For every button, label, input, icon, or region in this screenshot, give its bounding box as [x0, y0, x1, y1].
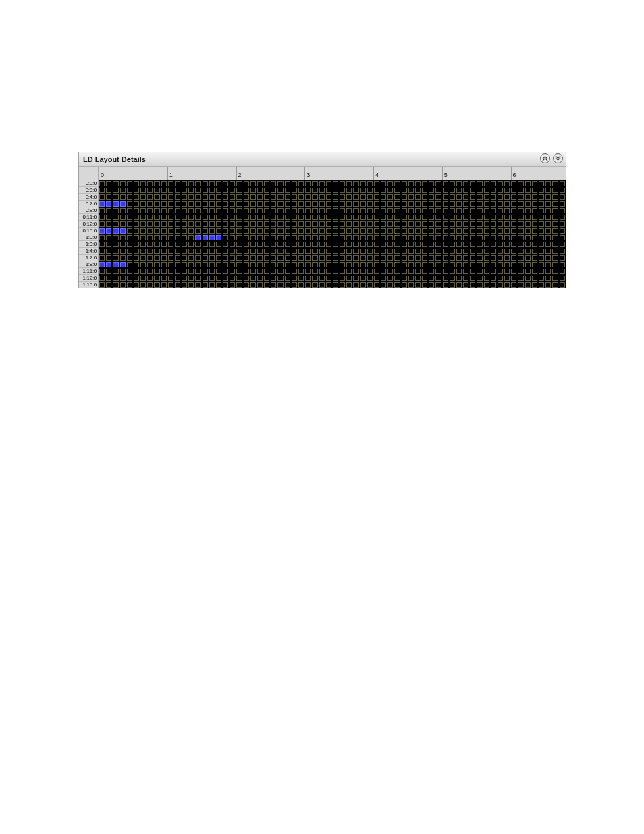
grid-cell[interactable]	[360, 255, 367, 261]
grid-cell[interactable]	[442, 214, 449, 221]
grid-cell[interactable]	[304, 228, 311, 234]
grid-cell[interactable]	[194, 268, 201, 275]
grid-cell[interactable]	[352, 207, 359, 214]
grid-cell[interactable]	[456, 234, 462, 241]
grid-cell[interactable]	[174, 268, 181, 275]
grid-cell[interactable]	[236, 201, 242, 207]
grid-cell[interactable]	[476, 187, 483, 194]
grid-cell[interactable]	[174, 221, 181, 228]
grid-cell[interactable]	[531, 275, 538, 282]
grid-cell[interactable]	[346, 194, 352, 201]
grid-cell[interactable]	[215, 248, 222, 255]
grid-cell[interactable]	[236, 194, 242, 201]
grid-cell[interactable]	[105, 261, 112, 268]
grid-cell[interactable]	[442, 207, 449, 214]
grid-cell[interactable]	[414, 207, 421, 214]
grid-cell[interactable]	[167, 275, 174, 282]
grid-cell[interactable]	[421, 214, 428, 221]
grid-cell[interactable]	[360, 180, 367, 187]
grid-cell[interactable]	[161, 207, 167, 214]
grid-cell[interactable]	[483, 221, 490, 228]
grid-cell[interactable]	[270, 194, 277, 201]
grid-cell[interactable]	[174, 275, 181, 282]
grid-cell[interactable]	[360, 201, 367, 207]
grid-cell[interactable]	[140, 234, 146, 241]
grid-cell[interactable]	[298, 194, 304, 201]
grid-cell[interactable]	[394, 187, 400, 194]
grid-cell[interactable]	[257, 261, 263, 268]
grid-cell[interactable]	[545, 241, 552, 248]
grid-cell[interactable]	[243, 261, 250, 268]
grid-cell[interactable]	[545, 228, 552, 234]
grid-cell[interactable]	[490, 201, 497, 207]
grid-cell[interactable]	[435, 207, 441, 214]
grid-cell[interactable]	[284, 187, 291, 194]
grid-cell[interactable]	[476, 261, 483, 268]
grid-cell[interactable]	[291, 255, 298, 261]
grid-cell[interactable]	[304, 187, 311, 194]
grid-cell[interactable]	[263, 248, 270, 255]
grid-cell[interactable]	[476, 207, 483, 214]
grid-cell[interactable]	[174, 241, 181, 248]
grid-cell[interactable]	[161, 255, 167, 261]
grid-cell[interactable]	[421, 248, 428, 255]
grid-cell[interactable]	[250, 221, 257, 228]
grid-cell[interactable]	[215, 207, 222, 214]
grid-cell[interactable]	[352, 187, 359, 194]
grid-cell[interactable]	[229, 214, 236, 221]
grid-cell[interactable]	[504, 180, 510, 187]
grid-cell[interactable]	[339, 180, 346, 187]
grid-cell[interactable]	[209, 207, 215, 214]
grid-cell[interactable]	[504, 241, 510, 248]
grid-cell[interactable]	[174, 214, 181, 221]
grid-cell[interactable]	[202, 187, 209, 194]
grid-cell[interactable]	[284, 282, 291, 288]
grid-cell[interactable]	[456, 282, 462, 288]
grid-cell[interactable]	[490, 214, 497, 221]
grid-cell[interactable]	[545, 268, 552, 275]
grid-cell[interactable]	[401, 275, 408, 282]
grid-cell[interactable]	[380, 207, 387, 214]
grid-cell[interactable]	[126, 275, 133, 282]
grid-cell[interactable]	[346, 268, 352, 275]
grid-cell[interactable]	[408, 214, 414, 221]
grid-cell[interactable]	[319, 268, 325, 275]
grid-cell[interactable]	[229, 268, 236, 275]
grid-cell[interactable]	[421, 228, 428, 234]
grid-cell[interactable]	[257, 241, 263, 248]
grid-cell[interactable]	[497, 282, 504, 288]
grid-cell[interactable]	[428, 282, 435, 288]
grid-cell[interactable]	[146, 268, 153, 275]
grid-cell[interactable]	[469, 248, 476, 255]
grid-cell[interactable]	[112, 207, 119, 214]
grid-cell[interactable]	[456, 268, 462, 275]
grid-cell[interactable]	[133, 282, 140, 288]
grid-cell[interactable]	[181, 248, 188, 255]
grid-cell[interactable]	[352, 214, 359, 221]
grid-cell[interactable]	[339, 201, 346, 207]
grid-cell[interactable]	[161, 201, 167, 207]
grid-cell[interactable]	[373, 201, 380, 207]
grid-cell[interactable]	[236, 241, 242, 248]
grid-cell[interactable]	[99, 207, 105, 214]
grid-cell[interactable]	[325, 214, 332, 221]
grid-cell[interactable]	[525, 282, 531, 288]
grid-cell[interactable]	[167, 255, 174, 261]
grid-cell[interactable]	[552, 187, 558, 194]
grid-cell[interactable]	[531, 194, 538, 201]
grid-cell[interactable]	[401, 187, 408, 194]
grid-cell[interactable]	[435, 180, 441, 187]
grid-cell[interactable]	[140, 241, 146, 248]
grid-cell[interactable]	[284, 241, 291, 248]
expand-down-icon[interactable]	[553, 153, 563, 163]
grid-cell[interactable]	[373, 194, 380, 201]
grid-cell[interactable]	[99, 221, 105, 228]
row-header[interactable]: 1:4:0	[79, 248, 99, 255]
grid-cell[interactable]	[319, 234, 325, 241]
grid-cell[interactable]	[538, 255, 545, 261]
grid-cell[interactable]	[449, 187, 456, 194]
grid-cell[interactable]	[311, 221, 318, 228]
grid-cell[interactable]	[105, 275, 112, 282]
grid-cell[interactable]	[119, 241, 126, 248]
grid-cell[interactable]	[257, 228, 263, 234]
